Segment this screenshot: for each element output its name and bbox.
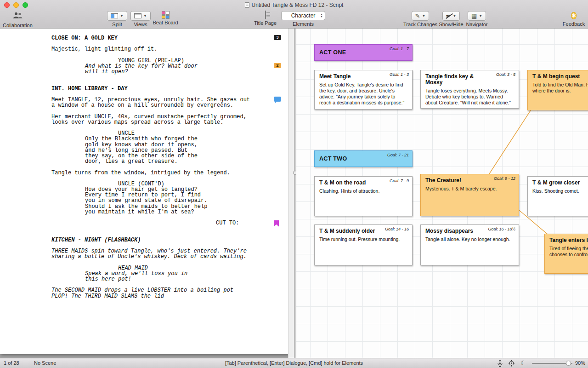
window-title: Untitled Tangle & Moss FD 12 - Script <box>252 2 344 8</box>
script-line-blank[interactable] <box>0 226 279 231</box>
beat-card[interactable]: T & M on the roadGoal: 7 - 9Clashing. Hi… <box>314 176 413 216</box>
beat-card[interactable]: T & M begin questTold to find the Old Ma… <box>527 70 588 110</box>
card-goal: Goal: 7 - 21 <box>387 153 409 157</box>
zoom-slider[interactable] <box>532 363 572 364</box>
script-line-action[interactable]: PLOP! The THIRD MAID SLAMS the lid -- <box>51 293 279 299</box>
chevron-down-icon: ▼ <box>452 14 456 18</box>
card-title: ACT TWO <box>319 155 347 162</box>
script-line-blank[interactable] <box>0 164 279 170</box>
zoom-slider-thumb[interactable] <box>566 361 571 366</box>
script-note-icon[interactable] <box>274 97 281 102</box>
feedback-icon: ✱ <box>571 12 577 19</box>
card-body: Tangle all alone. Key no longer enough. <box>425 236 514 242</box>
navigator-label: Navigator <box>464 22 490 27</box>
card-goal: Goal: 16 - 18½ <box>488 227 515 231</box>
toolbar-title-page[interactable]: Title Page <box>253 11 278 26</box>
chevron-down-icon: ▼ <box>143 14 147 18</box>
elements-popup[interactable]: Character ▲▼ <box>281 11 325 20</box>
script-text: CLOSE ON: A GOLD KEY Majestic, light gli… <box>0 35 279 299</box>
script-line-dial[interactable]: this here pot! <box>85 276 279 282</box>
toolbar-split[interactable]: ▼ Split <box>106 11 129 27</box>
script-line-blank[interactable] <box>0 108 279 114</box>
toolbar-views[interactable]: ▼ Views <box>130 11 152 27</box>
title-page-icon <box>265 11 266 19</box>
script-line-action[interactable]: The SECOND MAID drops a live LOBSTER int… <box>51 288 279 293</box>
views-pane-icon <box>134 13 141 18</box>
zoom-percentage: 90% <box>575 360 585 366</box>
act-card[interactable]: ACT ONEGoal: 1 - 7 <box>314 44 413 61</box>
script-line-action[interactable]: Her merchant UNCLE, 40s, curved mustache… <box>51 114 279 120</box>
beat-card[interactable]: T & M suddenly olderGoal: 14 - 16Time ru… <box>314 224 413 265</box>
script-line-action[interactable]: a window of a house on a hill surrounded… <box>51 103 279 108</box>
scene-note-badge[interactable]: 2 <box>274 63 281 68</box>
toolbar-beat-board[interactable]: Beat Board <box>152 11 179 25</box>
card-body: Set up Gold Key. Tangle's desire to find… <box>319 82 407 105</box>
show-hide-label: Show/Hide <box>438 22 464 27</box>
card-body: Tired of fleeing the Creature, chooses t… <box>549 246 588 258</box>
beat-card[interactable]: The Creature!Goal: 9 - 12Mysterious. T &… <box>420 174 519 216</box>
window-header: Untitled Tangle & Moss FD 12 - Script Co… <box>0 0 588 29</box>
show-hide-button[interactable]: ✒ ▼ <box>442 11 460 21</box>
script-line-dial[interactable]: you maintain it while I'm at sea? <box>85 209 279 215</box>
script-line-scene[interactable]: CLOSE ON: A GOLD KEY <box>51 35 279 41</box>
grid-table-icon: ▦ <box>471 13 477 19</box>
beat-card[interactable]: Mossy disappearsGoal: 16 - 18½Tangle all… <box>420 224 519 265</box>
script-line-action[interactable]: Tangle turns from the window, intrigued … <box>51 170 279 176</box>
script-line-trans[interactable]: CUT TO: <box>216 220 279 226</box>
beat-card[interactable]: T & M grow closerKiss. Shooting comet. <box>527 176 588 216</box>
slashed-pen-icon: ✒ <box>446 13 451 19</box>
script-line-dial[interactable]: gold key knows what door it opens, <box>85 142 279 148</box>
card-goal: Goal: 7 - 9 <box>390 178 409 183</box>
script-line-blank[interactable] <box>0 80 279 86</box>
script-line-dial[interactable]: will it open? <box>85 69 279 75</box>
script-line-scene[interactable]: KITCHEN - NIGHT (FLASHBACK) <box>51 237 279 243</box>
script-line-blank[interactable] <box>0 125 279 131</box>
night-mode-moon-icon[interactable]: ☾ <box>520 359 526 367</box>
split-button[interactable]: ▼ <box>107 11 127 21</box>
card-goal: Goal: 3 - 5 <box>496 72 515 77</box>
script-scrollbar-track[interactable] <box>288 29 294 358</box>
card-body: Kiss. Shooting comet. <box>532 188 588 194</box>
script-line-blank[interactable] <box>0 75 279 80</box>
popup-chevrons-icon: ▲▼ <box>320 13 323 18</box>
track-changes-button[interactable]: ✎ ▼ <box>412 11 430 21</box>
toolbar-track-changes[interactable]: ✎ ▼ Track Changes <box>402 11 438 27</box>
chevron-down-icon: ▼ <box>120 14 124 18</box>
dictation-mic-icon[interactable] <box>497 360 503 368</box>
script-line-action[interactable]: sharing a bottle of Uncle's whiskey. Dec… <box>51 254 279 259</box>
toolbar-elements[interactable]: Character ▲▼ Elements <box>281 11 326 27</box>
views-button[interactable]: ▼ <box>130 11 151 21</box>
toolbar-show-hide[interactable]: ✒ ▼ Show/Hide <box>438 11 464 27</box>
script-line-dial[interactable]: Only the Blacksmith who forged the <box>85 136 279 142</box>
script-line-blank[interactable] <box>0 52 279 58</box>
script-line-dial[interactable]: door, lies a great treasure. <box>85 159 279 164</box>
target-locate-icon[interactable] <box>508 360 515 368</box>
scene-note-badge[interactable]: 3 <box>274 35 281 40</box>
script-line-dial[interactable]: Should I ask the maids to better help <box>85 204 279 209</box>
script-line-action[interactable]: Majestic, light glinting off it. <box>51 46 279 52</box>
pencil-icon: ✎ <box>415 13 420 19</box>
script-page[interactable]: CLOSE ON: A GOLD KEY Majestic, light gli… <box>0 29 288 354</box>
beat-board-icon <box>162 11 170 19</box>
card-goal: Goal: 14 - 16 <box>385 227 409 231</box>
beat-card[interactable]: Tangle finds key & MossyGoal: 3 - 5Tangl… <box>420 70 519 109</box>
script-line-scene[interactable]: INT. HOME LIBRARY - DAY <box>51 86 279 92</box>
elements-current-value: Character <box>286 12 320 19</box>
script-pane: CLOSE ON: A GOLD KEY Majestic, light gli… <box>0 29 294 358</box>
card-title: T & M begin quest <box>532 74 588 80</box>
script-line-dial[interactable]: you in some grand state of disrepair. <box>85 198 279 203</box>
act-card[interactable]: ACT TWOGoal: 7 - 21 <box>314 150 413 167</box>
toolbar-navigator[interactable]: ▦ ▼ Navigator <box>464 11 490 27</box>
beat-board-pane[interactable]: ACT ONEGoal: 1 - 7Meet TangleGoal: 1 - 3… <box>296 29 588 358</box>
script-line-action[interactable]: looks over various maps spread across a … <box>51 120 279 125</box>
beat-card[interactable]: Meet TangleGoal: 1 - 3Set up Gold Key. T… <box>314 70 413 109</box>
toolbar-collaboration[interactable]: Collaboration <box>3 11 32 28</box>
card-body: Time running out. Pressure mounting. <box>319 236 407 242</box>
navigator-button[interactable]: ▦ ▼ <box>468 11 486 21</box>
toolbar-feedback[interactable]: ✱ Feedback <box>561 11 586 27</box>
beat-card[interactable]: Tangle enters lairTired of fleeing the C… <box>544 234 588 274</box>
script-line-blank[interactable] <box>0 260 279 265</box>
script-line-blank[interactable] <box>0 232 279 237</box>
card-title: Tangle enters lair <box>549 237 588 243</box>
elements-label: Elements <box>281 21 326 27</box>
